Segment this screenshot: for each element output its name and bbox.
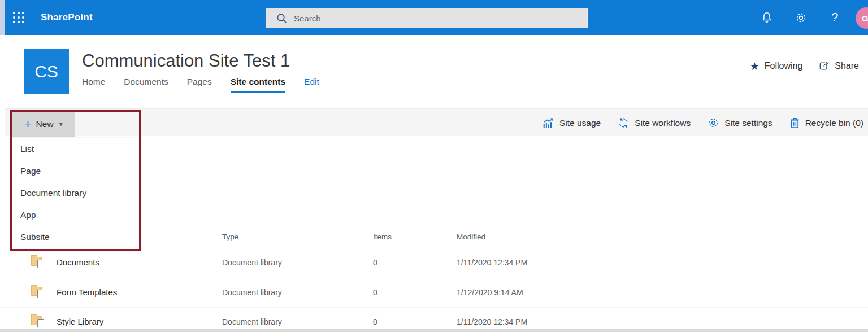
site-usage-label: Site usage	[559, 118, 601, 128]
section-divider	[141, 195, 862, 195]
new-menu: List Page Document library App Subsite	[12, 138, 139, 249]
header-actions: ★ Following Share	[750, 60, 859, 72]
waffle-icon	[12, 11, 25, 24]
chevron-down-icon: ▾	[59, 120, 63, 128]
site-workflows-label: Site workflows	[635, 118, 691, 128]
row-name[interactable]: Style Library	[57, 317, 103, 326]
following-label: Following	[765, 61, 803, 71]
notifications-bell-icon[interactable]	[760, 10, 774, 25]
document-library-icon	[31, 314, 47, 329]
row-name[interactable]: Form Templates	[57, 287, 117, 297]
suite-icons: ?	[760, 0, 842, 35]
site-title: Communication Site Test 1	[82, 51, 290, 71]
menu-item-subsite[interactable]: Subsite	[12, 226, 139, 248]
help-icon[interactable]: ?	[827, 10, 842, 25]
recycle-bin-button[interactable]: Recycle bin (0)	[789, 117, 863, 129]
user-avatar[interactable]: Gi	[856, 7, 868, 29]
site-usage-button[interactable]: Site usage	[542, 117, 601, 129]
column-header-type[interactable]: Type	[222, 233, 238, 241]
document-library-icon	[31, 285, 47, 300]
new-button-label: New	[36, 119, 54, 129]
star-icon: ★	[750, 61, 760, 72]
document-library-icon	[31, 255, 47, 270]
command-bar: + New ▾ Site usage	[5, 108, 868, 136]
site-header: CS Communication Site Test 1 Home Docume…	[5, 35, 868, 108]
site-workflows-button[interactable]: Site workflows	[618, 117, 691, 129]
app-title: SharePoint	[41, 12, 93, 23]
nav-pages[interactable]: Pages	[187, 77, 212, 93]
row-type: Document library	[222, 258, 282, 267]
trash-icon	[789, 117, 800, 129]
menu-item-document-library[interactable]: Document library	[12, 182, 139, 204]
window-bottom-edge	[0, 329, 868, 332]
page: SharePoint Search ? G	[0, 0, 868, 332]
nav-edit-link[interactable]: Edit	[304, 77, 319, 93]
gear-icon	[708, 117, 719, 129]
new-button[interactable]: + New ▾	[12, 111, 75, 137]
app-launcher-icon[interactable]	[5, 0, 33, 35]
row-name[interactable]: Documents	[57, 257, 99, 267]
nav-site-contents[interactable]: Site contents	[231, 77, 285, 93]
following-button[interactable]: ★ Following	[750, 61, 803, 72]
menu-item-list[interactable]: List	[12, 138, 139, 160]
row-modified: 1/11/2020 12:34 PM	[457, 258, 527, 267]
row-items: 0	[373, 317, 377, 326]
share-button[interactable]: Share	[818, 60, 859, 72]
menu-item-page[interactable]: Page	[12, 160, 139, 182]
recycle-bin-label: Recycle bin (0)	[805, 118, 863, 128]
row-type: Document library	[222, 317, 282, 326]
share-icon	[818, 60, 830, 72]
toolbar-commands: Site usage Site workflows Site settings	[542, 109, 863, 137]
bar-chart-icon	[542, 117, 554, 129]
column-header-items[interactable]: Items	[373, 233, 392, 241]
search-input[interactable]: Search	[266, 8, 588, 28]
workflow-refresh-icon	[618, 117, 630, 129]
row-type: Document library	[222, 288, 282, 297]
row-items: 0	[373, 258, 377, 267]
window-edge	[0, 0, 5, 35]
nav-documents[interactable]: Documents	[124, 77, 168, 93]
share-label: Share	[835, 61, 859, 71]
site-settings-label: Site settings	[724, 118, 772, 128]
settings-gear-icon[interactable]	[793, 10, 808, 25]
search-icon	[276, 13, 287, 24]
search-placeholder: Search	[294, 14, 321, 23]
row-modified: 1/12/2020 9:14 AM	[457, 288, 523, 297]
site-nav: Home Documents Pages Site contents Edit	[82, 77, 319, 93]
table-row[interactable]: Form Templates Document library 0 1/12/2…	[0, 278, 868, 307]
table-row[interactable]: Style Library Document library 0 1/11/20…	[0, 307, 868, 332]
menu-item-app[interactable]: App	[12, 204, 139, 226]
nav-home[interactable]: Home	[82, 77, 105, 93]
row-items: 0	[373, 288, 377, 297]
suite-bar: SharePoint Search ? G	[5, 0, 868, 35]
plus-icon: +	[24, 118, 31, 130]
site-logo[interactable]: CS	[24, 49, 69, 94]
table-row[interactable]: Documents Document library 0 1/11/2020 1…	[0, 248, 868, 278]
row-modified: 1/11/2020 12:34 PM	[457, 317, 527, 326]
column-header-modified[interactable]: Modified	[457, 233, 485, 241]
site-settings-button[interactable]: Site settings	[708, 117, 772, 129]
